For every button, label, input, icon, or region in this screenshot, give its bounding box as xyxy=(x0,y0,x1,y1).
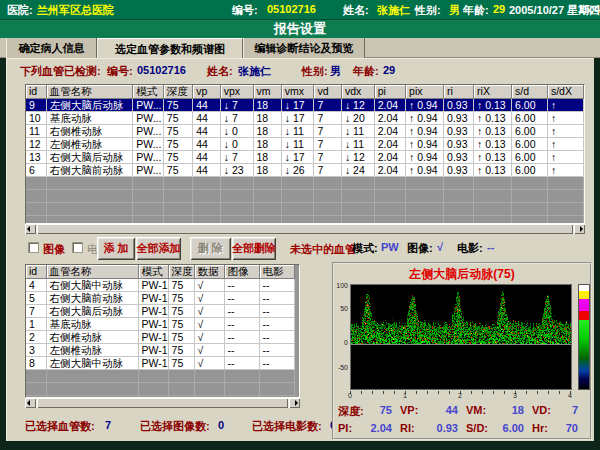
column-header: 模式 xyxy=(138,265,168,278)
cell: 0.93 xyxy=(444,163,474,176)
tab-vessel-params-spectrum[interactable]: 选定血管参数和频谱图 xyxy=(97,38,243,58)
cell: 75 xyxy=(163,137,192,150)
column-header: 图像 xyxy=(224,265,259,278)
cell: -- xyxy=(224,317,259,330)
cell: ↑ xyxy=(547,98,583,111)
metric-value: 44 xyxy=(446,404,458,419)
info-age-label: 年龄: xyxy=(353,64,379,79)
table-row[interactable]: 7右侧大脑后动脉PW-175√---- xyxy=(26,304,294,317)
column-header: ri xyxy=(444,85,474,98)
table-row[interactable]: 13右侧大脑后动脉PW...7544↓ 718↓ 177↓ 122.04↑ 0.… xyxy=(26,150,584,163)
scroll-right-arrow-icon[interactable] xyxy=(574,224,585,234)
info-name-value: 张施仁 xyxy=(238,64,271,79)
image-checkbox[interactable] xyxy=(28,242,39,253)
x-axis-label: 3 xyxy=(513,392,517,399)
delete-all-button[interactable]: 全部删除 xyxy=(232,237,276,260)
cell: 44 xyxy=(193,150,221,163)
scroll-right-arrow-icon[interactable] xyxy=(289,398,300,408)
cell: ↓ 24 xyxy=(341,163,374,176)
cell: ↑ 0.94 xyxy=(406,150,444,163)
cell: PW... xyxy=(133,137,163,150)
cell: ↓ 17 xyxy=(281,150,314,163)
column-header: vdx xyxy=(341,85,374,98)
cell: PW-1 xyxy=(138,317,168,330)
hospital-name: 兰州军区总医院 xyxy=(37,3,114,18)
cell: ↓ 0 xyxy=(220,124,253,137)
cell: 44 xyxy=(193,137,221,150)
cell: 75 xyxy=(163,111,192,124)
table-row[interactable]: 5右侧大脑前动脉PW-175√---- xyxy=(26,291,294,304)
column-header: id xyxy=(26,265,46,278)
cell: 75 xyxy=(168,317,194,330)
cell: 右侧椎动脉 xyxy=(46,330,138,343)
column-header: s/dX xyxy=(547,85,583,98)
cell: PW-1 xyxy=(138,356,168,369)
vessel-count-label: 已选择血管数: xyxy=(25,419,95,434)
y-axis-label: 0 xyxy=(335,339,348,346)
selected-table-hscrollbar[interactable] xyxy=(25,398,300,408)
table-row[interactable]: 3左侧椎动脉PW-175√---- xyxy=(26,343,294,356)
cell: 12 xyxy=(26,137,46,150)
cell: ↑ 0.94 xyxy=(406,98,444,111)
detected-table-hscrollbar[interactable] xyxy=(25,224,585,234)
table-row[interactable]: 4右侧大脑中动脉PW-175√---- xyxy=(26,278,294,291)
cell: ↑ 0.13 xyxy=(474,137,512,150)
y-axis-label: 50 xyxy=(335,305,348,312)
column-header: vpx xyxy=(220,85,253,98)
cell: ↑ xyxy=(547,150,583,163)
table-row[interactable]: 9左侧大脑后动脉PW...7544↓ 718↓ 177↓ 122.04↑ 0.9… xyxy=(26,98,584,111)
add-button[interactable]: 添 加 xyxy=(97,237,135,260)
cell: -- xyxy=(224,343,259,356)
tab-edit-diagnosis-preview[interactable]: 编辑诊断结论及预览 xyxy=(243,38,365,58)
x-axis-ticks xyxy=(350,391,574,394)
cell: 2.04 xyxy=(374,137,405,150)
cell: ↑ xyxy=(547,163,583,176)
table-row[interactable]: 12左侧椎动脉PW...7544↓ 018↓ 117↓ 112.04↑ 0.94… xyxy=(26,137,584,150)
cell: 18 xyxy=(253,163,281,176)
table-row[interactable]: 8左侧大脑中动脉PW-175√---- xyxy=(26,356,294,369)
cell: 18 xyxy=(253,111,281,124)
empty-row xyxy=(26,215,584,224)
metric-value: 2.04 xyxy=(371,422,392,434)
table-row[interactable]: 6右侧大脑前动脉PW...7544↓ 2318↓ 267↓ 242.04↑ 0.… xyxy=(26,163,584,176)
scroll-left-arrow-icon[interactable] xyxy=(25,398,36,408)
image-count-label: 已选择图像数: xyxy=(140,419,210,434)
cell: 7 xyxy=(314,150,341,163)
cell: ↓ 7 xyxy=(220,150,253,163)
column-header: 数据 xyxy=(194,265,224,278)
add-all-button[interactable]: 全部添加 xyxy=(136,237,181,260)
x-axis-label: 2 xyxy=(458,392,462,399)
cell: -- xyxy=(259,356,294,369)
delete-button[interactable]: 删 除 xyxy=(190,237,231,260)
cell: 2.04 xyxy=(374,111,405,124)
detected-vessels-table-container: id血管名称模式深度vpvpxvmvmxvdvdxpipixririXs/ds/… xyxy=(25,84,585,224)
column-header: 血管名称 xyxy=(46,265,138,278)
cell: ↑ 0.94 xyxy=(406,163,444,176)
scrollbar-thumb[interactable] xyxy=(37,398,288,408)
scrollbar-track[interactable] xyxy=(36,224,574,234)
report-settings-window: 医院: 兰州军区总医院 编号: 05102716 姓名: 张施仁 性别: 男 年… xyxy=(0,0,600,450)
metric-label: 深度: xyxy=(338,404,364,419)
scroll-left-arrow-icon[interactable] xyxy=(25,224,36,234)
empty-row xyxy=(26,382,294,395)
cell: ↓ 17 xyxy=(281,111,314,124)
table-row[interactable]: 11右侧椎动脉PW...7544↓ 018↓ 117↓ 112.04↑ 0.94… xyxy=(26,124,584,137)
cell: 3 xyxy=(26,343,46,356)
tab-patient-info[interactable]: 确定病人信息 xyxy=(6,38,97,58)
table-row[interactable]: 2右侧椎动脉PW-175√---- xyxy=(26,330,294,343)
cell: 7 xyxy=(314,98,341,111)
column-header: pix xyxy=(406,85,444,98)
table-row[interactable]: 1基底动脉PW-175√---- xyxy=(26,317,294,330)
movie-checkbox[interactable] xyxy=(72,242,83,253)
cell: ↓ 20 xyxy=(341,111,374,124)
image-status-label: 图像: xyxy=(407,241,433,256)
cell: 6 xyxy=(26,163,46,176)
cell: 8 xyxy=(26,356,46,369)
scrollbar-thumb[interactable] xyxy=(37,224,573,234)
table-row[interactable]: 10基底动脉PW...7544↓ 718↓ 177↓ 202.04↑ 0.940… xyxy=(26,111,584,124)
cell: √ xyxy=(194,317,224,330)
scrollbar-track[interactable] xyxy=(36,398,289,408)
cell: PW-1 xyxy=(138,291,168,304)
cell: ↓ 11 xyxy=(281,137,314,150)
metric-value: 6.00 xyxy=(503,422,524,434)
